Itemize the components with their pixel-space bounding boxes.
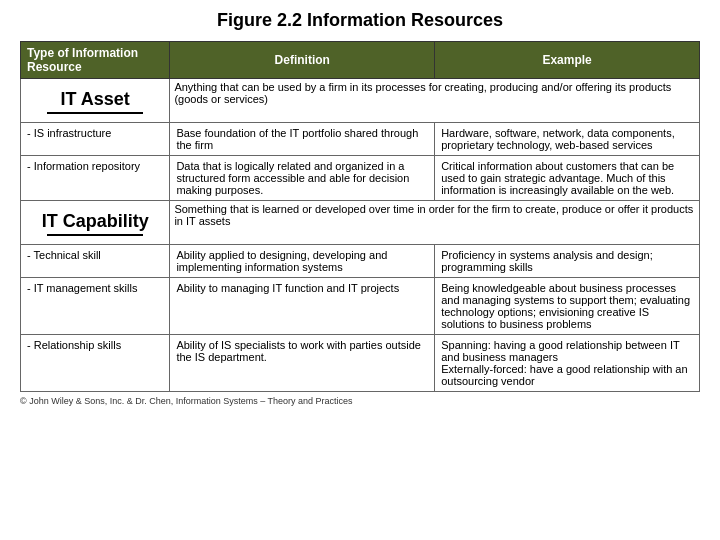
page-title: Figure 2.2 Information Resources	[217, 10, 503, 31]
it-capability-label: IT Capability	[27, 205, 163, 234]
is-infrastructure-type: - IS infrastructure	[21, 123, 170, 156]
it-management-skills-definition: Ability to managing IT function and IT p…	[170, 278, 435, 335]
col-header-example: Example	[435, 42, 700, 79]
information-repository-row: - Information repository Data that is lo…	[21, 156, 700, 201]
it-asset-type: IT Asset	[21, 79, 170, 123]
footer: © John Wiley & Sons, Inc. & Dr. Chen, In…	[20, 396, 353, 406]
is-infrastructure-definition: Base foundation of the IT portfolio shar…	[170, 123, 435, 156]
it-asset-label: IT Asset	[27, 83, 163, 112]
table-header: Type of Information Resource Definition …	[21, 42, 700, 79]
information-repository-definition: Data that is logically related and organ…	[170, 156, 435, 201]
relationship-skills-example: Spanning: having a good relationship bet…	[435, 335, 700, 392]
it-management-skills-type: - IT management skills	[21, 278, 170, 335]
information-repository-example: Critical information about customers tha…	[435, 156, 700, 201]
is-infrastructure-row: - IS infrastructure Base foundation of t…	[21, 123, 700, 156]
it-capability-type: IT Capability	[21, 201, 170, 245]
it-management-skills-example: Being knowledgeable about business proce…	[435, 278, 700, 335]
technical-skill-example: Proficiency in systems analysis and desi…	[435, 245, 700, 278]
technical-skill-definition: Ability applied to designing, developing…	[170, 245, 435, 278]
col-header-definition: Definition	[170, 42, 435, 79]
relationship-skills-definition: Ability of IS specialists to work with p…	[170, 335, 435, 392]
information-repository-type: - Information repository	[21, 156, 170, 201]
it-capability-row: IT Capability Something that is learned …	[21, 201, 700, 245]
it-capability-definition: Something that is learned or developed o…	[170, 201, 700, 245]
it-asset-underline	[47, 112, 142, 114]
main-table: Type of Information Resource Definition …	[20, 41, 700, 392]
technical-skill-type: - Technical skill	[21, 245, 170, 278]
relationship-skills-row: - Relationship skills Ability of IS spec…	[21, 335, 700, 392]
it-asset-definition: Anything that can be used by a firm in i…	[170, 79, 700, 123]
relationship-skills-type: - Relationship skills	[21, 335, 170, 392]
col-header-type: Type of Information Resource	[21, 42, 170, 79]
technical-skill-row: - Technical skill Ability applied to des…	[21, 245, 700, 278]
it-asset-row: IT Asset Anything that can be used by a …	[21, 79, 700, 123]
is-infrastructure-example: Hardware, software, network, data compon…	[435, 123, 700, 156]
it-management-skills-row: - IT management skills Ability to managi…	[21, 278, 700, 335]
it-capability-underline	[47, 234, 142, 236]
